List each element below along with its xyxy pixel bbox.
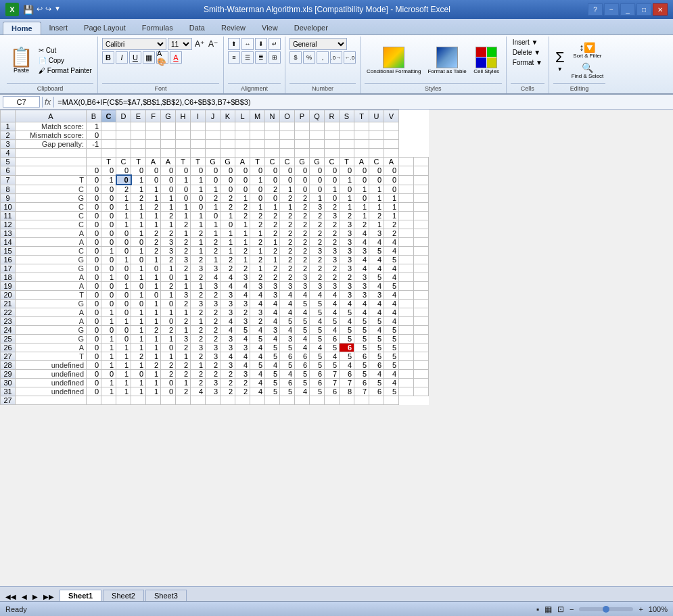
cell[interactable]: 0: [87, 185, 101, 194]
col-header-M[interactable]: M: [250, 110, 265, 122]
cell[interactable]: 1: [176, 229, 191, 238]
cell[interactable]: 1: [161, 352, 176, 361]
cell[interactable]: 4: [235, 352, 250, 361]
cell[interactable]: 3: [221, 300, 235, 308]
cell[interactable]: 0: [116, 335, 131, 343]
cell[interactable]: 3: [221, 343, 235, 352]
cell[interactable]: 2: [161, 361, 176, 370]
cell[interactable]: 0: [101, 229, 116, 238]
cell-reference-box[interactable]: [3, 96, 40, 108]
cell[interactable]: 0: [384, 175, 399, 185]
cell[interactable]: 1: [280, 203, 295, 212]
cell[interactable]: 1: [116, 282, 131, 291]
cell[interactable]: 2: [146, 361, 161, 370]
cell[interactable]: 1: [384, 212, 399, 220]
cell[interactable]: 1: [176, 273, 191, 282]
cell-label[interactable]: G: [16, 256, 87, 264]
cell[interactable]: 0: [87, 273, 101, 282]
cell[interactable]: 2: [176, 343, 191, 352]
cell[interactable]: 0: [131, 238, 146, 247]
cell[interactable]: 4: [354, 264, 369, 273]
insert-button[interactable]: Insert ▼: [511, 38, 544, 47]
cell[interactable]: 5: [384, 343, 399, 352]
cell[interactable]: 2: [146, 203, 161, 212]
cell[interactable]: 1: [131, 379, 146, 387]
cell-header-16[interactable]: T: [340, 158, 354, 166]
cell[interactable]: 2: [250, 212, 265, 220]
cell[interactable]: 0: [146, 175, 161, 185]
cell-B2[interactable]: 0: [87, 131, 101, 140]
cell[interactable]: [310, 122, 325, 131]
cell[interactable]: [399, 256, 414, 264]
tab-data[interactable]: Data: [181, 22, 213, 34]
cell[interactable]: 4: [250, 370, 265, 379]
cell-header-8[interactable]: G: [221, 158, 235, 166]
cell[interactable]: 0: [161, 379, 176, 387]
cell[interactable]: 1: [161, 335, 176, 343]
cell[interactable]: 4: [295, 291, 310, 300]
cell[interactable]: 4: [325, 300, 340, 308]
cell[interactable]: [399, 308, 414, 317]
cell[interactable]: 3: [369, 229, 384, 238]
cell[interactable]: 1: [161, 308, 176, 317]
cell[interactable]: 4: [235, 291, 250, 300]
cell[interactable]: 2: [265, 185, 280, 194]
cell[interactable]: 0: [116, 273, 131, 282]
cell[interactable]: 1: [131, 175, 146, 185]
cell[interactable]: 3: [310, 247, 325, 256]
cell[interactable]: 0: [116, 175, 131, 185]
cell[interactable]: 2: [310, 273, 325, 282]
cell-header-14[interactable]: G: [310, 158, 325, 166]
cell[interactable]: 0: [101, 291, 116, 300]
cell[interactable]: [161, 149, 176, 158]
cell[interactable]: 4: [384, 247, 399, 256]
cell[interactable]: [384, 122, 399, 131]
cell[interactable]: 3: [354, 273, 369, 282]
col-header-V[interactable]: V: [384, 110, 399, 122]
cell[interactable]: 1: [235, 194, 250, 203]
cell[interactable]: 1: [280, 185, 295, 194]
cell[interactable]: 1: [146, 343, 161, 352]
cell[interactable]: [399, 158, 414, 166]
cell[interactable]: 1: [131, 185, 146, 194]
cell[interactable]: 4: [369, 300, 384, 308]
cell[interactable]: 0: [101, 264, 116, 273]
cell[interactable]: [384, 131, 399, 140]
cell[interactable]: 0: [87, 264, 101, 273]
cell[interactable]: 3: [310, 282, 325, 291]
cell[interactable]: 2: [250, 238, 265, 247]
cell[interactable]: 1: [191, 247, 206, 256]
cell[interactable]: 2: [325, 220, 340, 229]
cell[interactable]: 6: [280, 379, 295, 387]
cell-A3[interactable]: Gap penalty:: [16, 140, 87, 149]
cell[interactable]: 1: [340, 175, 354, 185]
cell[interactable]: 0: [87, 335, 101, 343]
cell[interactable]: 4: [295, 387, 310, 396]
cell-label[interactable]: undefined: [16, 361, 87, 370]
cell[interactable]: 1: [176, 308, 191, 317]
cell-label[interactable]: C: [16, 212, 87, 220]
cell[interactable]: 2: [265, 229, 280, 238]
cell[interactable]: 5: [265, 370, 280, 379]
cell[interactable]: 6: [325, 335, 340, 343]
cell[interactable]: 3: [235, 273, 250, 282]
cell[interactable]: 2: [280, 212, 295, 220]
cell-label[interactable]: G: [16, 264, 87, 273]
cell[interactable]: [161, 122, 176, 131]
page-layout-view-button[interactable]: ▦: [544, 605, 552, 614]
col-header-J[interactable]: J: [206, 110, 221, 122]
cell[interactable]: 5: [384, 326, 399, 335]
cell[interactable]: 0: [87, 343, 101, 352]
cell[interactable]: 1: [250, 247, 265, 256]
cell[interactable]: [176, 149, 191, 158]
format-button[interactable]: Format ▼: [511, 58, 544, 67]
cell[interactable]: [221, 122, 235, 131]
comma-button[interactable]: ,: [317, 51, 329, 64]
cell[interactable]: 1: [384, 203, 399, 212]
cell[interactable]: 2: [206, 291, 221, 300]
cell[interactable]: 3: [176, 256, 191, 264]
cell[interactable]: 0: [235, 185, 250, 194]
cell[interactable]: 5: [295, 326, 310, 335]
help-button[interactable]: ?: [588, 3, 603, 16]
cell[interactable]: 1: [206, 203, 221, 212]
